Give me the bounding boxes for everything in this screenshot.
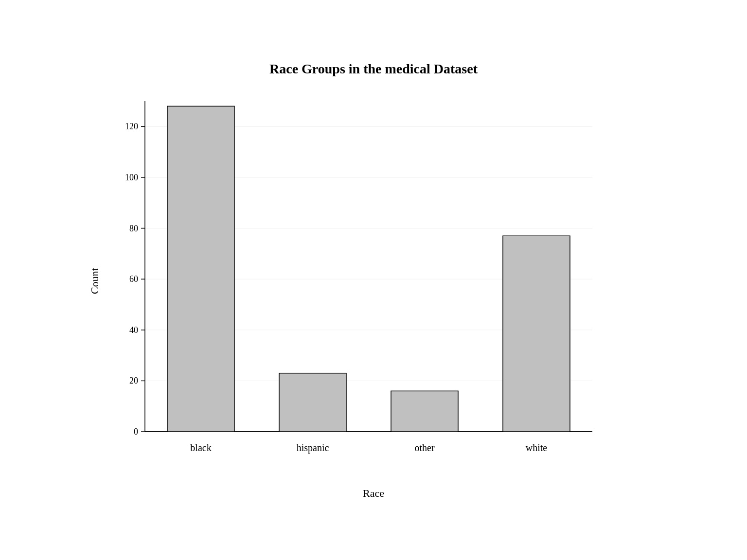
svg-text:60: 60 [129,274,138,284]
bar-other [391,391,458,432]
svg-text:0: 0 [134,427,138,437]
chart-area: Count Race 020406080100120blackhispanico… [106,91,641,471]
chart-container: Race Groups in the medical Dataset Count… [62,47,685,513]
x-label-white: white [526,442,548,453]
bar-chart: 020406080100120blackhispanicotherwhite [106,91,641,471]
bar-black [167,106,234,432]
bar-white [503,236,570,432]
svg-text:80: 80 [129,224,138,233]
x-label-other: other [414,442,434,453]
x-label-hispanic: hispanic [297,442,329,454]
svg-text:120: 120 [125,122,138,131]
x-axis-label: Race [363,487,384,500]
x-label-black: black [190,442,211,453]
svg-text:100: 100 [125,173,138,182]
bar-hispanic [279,373,346,432]
y-axis-label: Count [89,268,101,294]
svg-text:20: 20 [129,376,138,385]
svg-text:40: 40 [129,325,138,335]
chart-title: Race Groups in the medical Dataset [269,61,478,77]
